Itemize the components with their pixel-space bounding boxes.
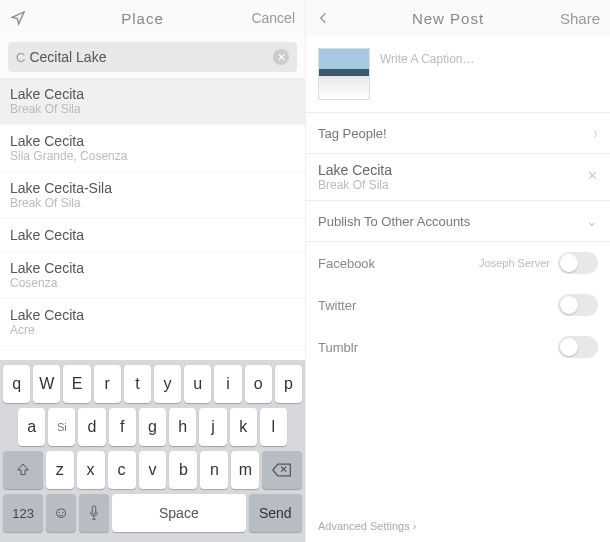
list-item[interactable]: Lake Cecita-SilaBreak Of Sila [0, 172, 305, 219]
list-item[interactable]: Lake Cecita [0, 219, 305, 252]
keyboard-row-4: 123 ☺ Space Send [3, 494, 302, 532]
key-y[interactable]: y [154, 365, 181, 403]
clear-icon[interactable]: ✕ [273, 49, 289, 65]
numbers-key[interactable]: 123 [3, 494, 43, 532]
key-o[interactable]: o [245, 365, 272, 403]
backspace-key[interactable] [262, 451, 302, 489]
cancel-button[interactable]: Cancel [235, 10, 295, 26]
key-t[interactable]: t [124, 365, 151, 403]
keyboard-row-2: aSidfghjkl [3, 408, 302, 446]
search-text: Cecital Lake [29, 49, 273, 65]
place-subtitle: Acre [10, 323, 295, 337]
backspace-icon [272, 463, 292, 477]
key-k[interactable]: k [230, 408, 257, 446]
key-h[interactable]: h [169, 408, 196, 446]
keyboard-row-1: qWErtyuiop [3, 365, 302, 403]
account-row-twitter: Twitter [306, 284, 610, 326]
left-nav-title: Place [50, 10, 235, 27]
tag-people-row[interactable]: Tag People! › [306, 112, 610, 153]
key-r[interactable]: r [94, 365, 121, 403]
search-results-list: Lake CecitaBreak Of SilaLake CecitaSila … [0, 78, 305, 360]
account-label: Twitter [318, 298, 356, 313]
emoji-key[interactable]: ☺ [46, 494, 76, 532]
key-d[interactable]: d [78, 408, 105, 446]
accounts-list: FacebookJoseph ServerTwitterTumblr [306, 241, 610, 368]
tag-people-label: Tag People! [318, 126, 387, 141]
account-label: Facebook [318, 256, 375, 271]
place-title: Lake Cecita [10, 260, 295, 276]
place-subtitle: Sila Grande, Cosenza [10, 149, 295, 163]
list-item[interactable]: Lake CecitaCosenza [0, 252, 305, 299]
search-input[interactable]: C Cecital Lake ✕ [8, 42, 297, 72]
place-subtitle: Cosenza [10, 276, 295, 290]
location-sub: Break Of Sila [318, 178, 598, 192]
account-row-facebook: FacebookJoseph Server [306, 242, 610, 284]
share-button[interactable]: Share [540, 10, 600, 27]
chevron-right-icon: › [593, 125, 598, 141]
svg-rect-0 [92, 506, 96, 514]
key-c[interactable]: c [108, 451, 136, 489]
key-p[interactable]: p [275, 365, 302, 403]
chevron-left-icon [316, 11, 330, 25]
advanced-settings-label: Advanced Settings [318, 520, 410, 532]
toggle-tumblr[interactable] [558, 336, 598, 358]
key-j[interactable]: j [199, 408, 226, 446]
place-title: Lake Cecita-Sila [10, 180, 295, 196]
right-navbar: New Post Share [306, 0, 610, 36]
locate-button[interactable] [10, 10, 50, 26]
search-icon: C [16, 50, 25, 65]
list-item[interactable]: Lake CecitaBreak Of Sila [0, 78, 305, 125]
key-u[interactable]: u [184, 365, 211, 403]
key-e[interactable]: E [63, 365, 90, 403]
advanced-settings-link[interactable]: Advanced Settings › [306, 510, 610, 542]
publish-accounts-header[interactable]: Publish To Other Accounts ⌄ [306, 200, 610, 241]
key-z[interactable]: z [46, 451, 74, 489]
post-thumbnail[interactable] [318, 48, 370, 100]
place-title: Lake Cecita [10, 133, 295, 149]
key-l[interactable]: l [260, 408, 287, 446]
key-w[interactable]: W [33, 365, 60, 403]
right-nav-title: New Post [356, 10, 540, 27]
mic-icon [88, 505, 100, 521]
place-title: Lake Cecita [10, 227, 295, 243]
key-i[interactable]: i [214, 365, 241, 403]
toggle-facebook[interactable] [558, 252, 598, 274]
left-navbar: Place Cancel [0, 0, 305, 36]
key-si[interactable]: Si [48, 408, 75, 446]
key-f[interactable]: f [109, 408, 136, 446]
shift-key[interactable] [3, 451, 43, 489]
place-title: Lake Cecita [10, 86, 295, 102]
list-item[interactable]: Lake CecitaAcre [0, 299, 305, 346]
key-q[interactable]: q [3, 365, 30, 403]
chevron-down-icon: ⌄ [586, 213, 598, 229]
key-m[interactable]: m [231, 451, 259, 489]
caption-input[interactable]: Write A Caption… [380, 48, 475, 66]
keyboard-row-3-letters: zxcvbnm [46, 451, 260, 489]
search-container: C Cecital Lake ✕ [0, 36, 305, 78]
key-a[interactable]: a [18, 408, 45, 446]
mic-key[interactable] [79, 494, 109, 532]
keyboard: qWErtyuiop aSidfghjkl zxcvbnm 123 ☺ Spac… [0, 360, 305, 542]
space-key[interactable]: Space [112, 494, 245, 532]
place-title: Lake Cecita [10, 307, 295, 323]
place-subtitle: Break Of Sila [10, 196, 295, 210]
toggle-twitter[interactable] [558, 294, 598, 316]
list-item[interactable]: Lake CecitaSila Grande, Cosenza [0, 125, 305, 172]
caption-area: Write A Caption… [306, 36, 610, 112]
key-n[interactable]: n [200, 451, 228, 489]
key-g[interactable]: g [139, 408, 166, 446]
keyboard-row-3: zxcvbnm [3, 451, 302, 489]
location-row[interactable]: Lake Cecita Break Of Sila ✕ [306, 153, 610, 200]
key-b[interactable]: b [169, 451, 197, 489]
location-arrow-icon [10, 10, 26, 26]
location-title: Lake Cecita [318, 162, 598, 178]
emoji-icon: ☺ [53, 504, 69, 522]
account-username: Joseph Server [479, 257, 550, 269]
key-v[interactable]: v [139, 451, 167, 489]
shift-icon [15, 462, 31, 478]
back-button[interactable] [316, 11, 356, 25]
key-x[interactable]: x [77, 451, 105, 489]
account-row-tumblr: Tumblr [306, 326, 610, 368]
send-key[interactable]: Send [249, 494, 302, 532]
remove-location-button[interactable]: ✕ [587, 168, 598, 183]
